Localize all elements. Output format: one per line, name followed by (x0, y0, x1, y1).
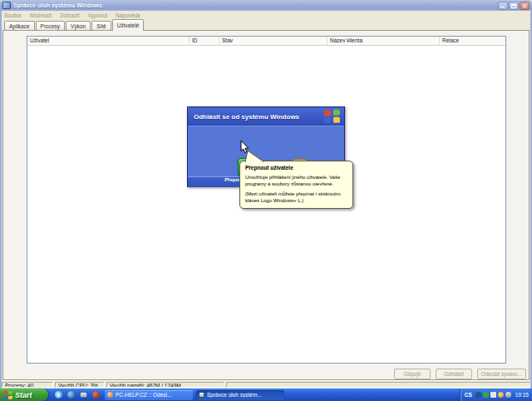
show-desktop-icon[interactable] (80, 392, 87, 398)
menu-vypnout[interactable]: Vypnout (87, 12, 107, 18)
quick-launch-bar: e (55, 391, 100, 399)
tray-icon-5[interactable] (505, 392, 511, 398)
tray-icon-3[interactable] (490, 392, 496, 398)
status-processes: Procesy: 40 (2, 382, 53, 388)
column-id[interactable]: ID (190, 37, 219, 45)
tray-icon-2[interactable] (483, 392, 489, 398)
switch-user-tooltip: Přepnout uživatele Umožňuje přihlášení j… (239, 161, 353, 209)
webpage-icon (107, 392, 113, 398)
maximize-button[interactable] (509, 2, 519, 10)
logoff-dialog-titlebar: Odhlásit se od systému Windows (188, 107, 344, 126)
status-cpu: Využití CPU: 3% (55, 382, 105, 388)
screen: Správce úloh systému Windows × Soubor Mo… (0, 0, 532, 401)
window-border-left (0, 11, 2, 389)
windows-flag-icon (324, 109, 340, 123)
tray-icon-1[interactable] (475, 392, 481, 398)
menu-soubor[interactable]: Soubor (4, 12, 22, 18)
minimize-button[interactable] (498, 2, 508, 10)
tooltip-note: (Mezi uživateli můžete přepínat i stiskn… (245, 191, 347, 204)
status-bar: Procesy: 40 Využití CPU: 3% Využití pamě… (0, 380, 532, 389)
start-flag-icon (3, 390, 12, 399)
menu-bar: Soubor Možnosti Zobrazit Vypnout Nápověd… (2, 11, 532, 19)
taskbar: Start e PC-HELP.CZ :: Odesl... Správce ú… (0, 389, 532, 401)
column-uzivatel[interactable]: Uživatel (27, 37, 190, 45)
menu-napoveda[interactable]: Nápověda (116, 12, 140, 18)
start-button[interactable]: Start (0, 389, 48, 401)
clock[interactable]: 19:15 (515, 392, 529, 398)
mouse-cursor-icon (240, 141, 249, 154)
close-button[interactable]: × (520, 2, 530, 10)
logoff-dialog-title: Odhlásit se od systému Windows (194, 113, 324, 121)
taskbar-item-pchelp[interactable]: PC-HELP.CZ :: Odesl... (105, 390, 193, 400)
list-header: Uživatel ID Stav Název klienta Relace (27, 37, 505, 46)
taskbar-item-task-manager[interactable]: Správce úloh systém... (196, 390, 284, 400)
system-tray: CS 19:15 (460, 389, 532, 401)
status-memory: Využití paměti: 462M / 1249M (106, 382, 224, 388)
window-title: Správce úloh systému Windows (13, 2, 498, 8)
quick-launch-app-icon[interactable] (67, 391, 75, 399)
footer-buttons: Odpojit Odhlásit Odeslat zprávu... (394, 369, 526, 379)
column-nazev-klienta[interactable]: Název klienta (328, 37, 440, 45)
close-icon: × (520, 2, 529, 9)
maximize-icon (511, 4, 516, 8)
start-label: Start (15, 391, 32, 399)
task-manager-small-icon (199, 392, 204, 398)
menu-zobrazit[interactable]: Zobrazit (60, 12, 79, 18)
keyboard-language-indicator[interactable]: CS (465, 392, 472, 398)
column-relace[interactable]: Relace (440, 37, 505, 45)
logoff-button[interactable]: Odhlásit (436, 369, 472, 379)
disconnect-button[interactable]: Odpojit (394, 369, 431, 379)
window-titlebar[interactable]: Správce úloh systému Windows × (0, 0, 532, 11)
send-message-button[interactable]: Odeslat zprávu... (477, 369, 526, 379)
tooltip-title: Přepnout uživatele (245, 165, 347, 171)
tab-uzivatele[interactable]: Uživatelé (112, 19, 145, 31)
status-empty (226, 382, 530, 388)
column-stav[interactable]: Stav (219, 37, 328, 45)
quick-launch-browser-icon[interactable]: e (55, 391, 62, 399)
tooltip-body: Umožňuje přihlášení jiného uživatele. Va… (245, 174, 347, 187)
quick-launch-media-icon[interactable] (92, 391, 100, 399)
minimize-icon (500, 7, 505, 7)
task-manager-icon (2, 2, 11, 9)
tray-icon-4[interactable] (498, 392, 504, 398)
menu-moznosti[interactable]: Možnosti (30, 12, 52, 18)
